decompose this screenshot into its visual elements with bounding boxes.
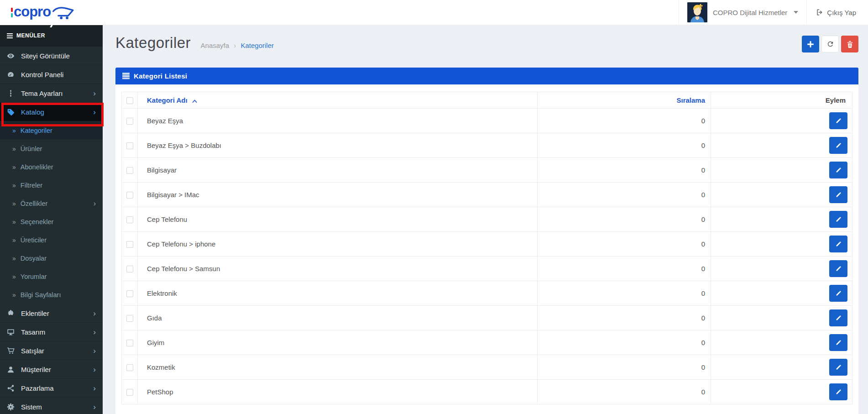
sidebar-item-label: Sistem [21, 403, 93, 411]
edit-button[interactable] [829, 285, 847, 302]
table-row: Beyaz Eşya > Buzdolabı 0 [122, 133, 852, 158]
category-order: 0 [538, 281, 711, 306]
double-angle-icon: » [12, 163, 16, 171]
page-title: Kategoriler [115, 34, 191, 51]
column-header-kategori-adi[interactable]: Kategori Adı [138, 92, 538, 109]
caret-down-icon [794, 11, 798, 14]
sidebar-item-kontrol-paneli[interactable]: Kontrol Paneli [0, 65, 103, 84]
category-order: 0 [538, 257, 711, 281]
avatar [687, 2, 707, 22]
sidebar-item-label: Kontrol Paneli [21, 71, 103, 79]
category-name: Cep Telefonu > iphone [138, 232, 538, 257]
sidebar-subitem-ozellikler[interactable]: » Özellikler › [0, 194, 103, 213]
desktop-icon [0, 328, 21, 336]
main-content: Kategoriler Anasayfa › Kategoriler [103, 25, 868, 414]
sidebar-subitem-abonelikler[interactable]: » Abonelikler [0, 158, 103, 176]
sidebar-subitem-filtreler[interactable]: » Filtreler [0, 176, 103, 194]
sidebar-item-satislar[interactable]: Satışlar › [0, 341, 103, 360]
edit-button[interactable] [829, 309, 847, 326]
row-checkbox[interactable] [126, 340, 133, 346]
logout-label: Çıkış Yap [827, 9, 856, 16]
sidebar-subitem-label: Bilgi Sayfaları [21, 291, 61, 299]
dashboard-icon [0, 71, 21, 79]
sidebar-subitem-ureticiler[interactable]: » Üreticiler [0, 231, 103, 249]
double-angle-icon: » [12, 291, 16, 299]
edit-button[interactable] [829, 186, 847, 203]
pencil-icon [836, 315, 842, 321]
edit-button[interactable] [829, 260, 847, 277]
row-checkbox[interactable] [126, 216, 133, 223]
edit-button[interactable] [829, 162, 847, 178]
sidebar-subitem-urunler[interactable]: » Ürünler [0, 140, 103, 158]
row-checkbox[interactable] [126, 389, 133, 396]
row-checkbox[interactable] [126, 290, 133, 297]
sidebar-item-eklentiler[interactable]: Eklentiler › [0, 304, 103, 323]
list-icon [122, 73, 130, 79]
add-button[interactable] [802, 36, 819, 52]
edit-button[interactable] [829, 211, 847, 228]
row-checkbox[interactable] [126, 315, 133, 322]
table-row: Bilgisayar > IMac 0 [122, 183, 852, 207]
sidebar-item-tema-ayarlari[interactable]: Tema Ayarları › [0, 84, 103, 103]
category-order: 0 [538, 306, 711, 330]
sidebar-item-siteyi-goruntule[interactable]: Siteyi Görüntüle [0, 47, 103, 65]
edit-button[interactable] [829, 383, 847, 400]
select-all-checkbox[interactable] [126, 97, 133, 104]
sidebar-subitem-label: Abonelikler [21, 163, 53, 171]
sidebar-item-katalog[interactable]: Katalog › [0, 103, 103, 121]
table-row: Kozmetik 0 [122, 355, 852, 380]
pencil-icon [836, 389, 842, 395]
category-name: Elektronik [138, 281, 538, 306]
table-row: Cep Telefonu > iphone 0 [122, 232, 852, 257]
chevron-right-icon: › [94, 199, 103, 208]
delete-button[interactable] [841, 36, 858, 52]
sidebar-subitem-label: Kategoriler [21, 127, 52, 134]
sidebar-subitem-secenekler[interactable]: » Seçenekler [0, 213, 103, 231]
column-header-siralama[interactable]: Sıralama [538, 92, 711, 109]
sidebar-menu-header[interactable]: MENÜLER [0, 25, 103, 47]
table-row: Giyim 0 [122, 330, 852, 355]
row-checkbox[interactable] [126, 192, 133, 199]
sidebar-subitem-label: Üreticiler [21, 236, 47, 244]
double-angle-icon: » [12, 182, 16, 189]
refresh-button[interactable] [821, 36, 839, 52]
sidebar-item-musteriler[interactable]: Müşteriler › [0, 360, 103, 379]
row-checkbox[interactable] [126, 118, 133, 125]
user-icon [0, 366, 21, 373]
user-menu[interactable]: COPRO Dijital Hizmetler [679, 0, 806, 25]
edit-button[interactable] [829, 236, 847, 252]
logout-button[interactable]: Çıkış Yap [807, 0, 868, 25]
sidebar-subitem-bilgi-sayfalari[interactable]: » Bilgi Sayfaları [0, 286, 103, 304]
row-checkbox[interactable] [126, 167, 133, 174]
breadcrumb-home-link[interactable]: Anasayfa [201, 42, 230, 49]
category-name: Giyim [138, 330, 538, 355]
sidebar-subitem-dosyalar[interactable]: » Dosyalar [0, 249, 103, 267]
header-actions [802, 36, 858, 52]
sidebar-item-sistem[interactable]: Sistem › [0, 398, 103, 414]
row-checkbox[interactable] [126, 142, 133, 149]
double-angle-icon: » [12, 236, 16, 244]
edit-button[interactable] [829, 137, 847, 154]
double-angle-icon: » [12, 145, 16, 152]
category-order: 0 [538, 183, 711, 207]
edit-button[interactable] [829, 112, 847, 129]
edit-button[interactable] [829, 359, 847, 376]
category-name: Kozmetik [138, 355, 538, 380]
sidebar-subitem-label: Ürünler [21, 145, 42, 152]
sidebar-subitem-yorumlar[interactable]: » Yorumlar [0, 267, 103, 286]
row-checkbox[interactable] [126, 364, 133, 371]
sliders-icon [0, 89, 21, 97]
category-name: Bilgisayar [138, 158, 538, 183]
sidebar-item-pazarlama[interactable]: Pazarlama › [0, 379, 103, 398]
row-checkbox[interactable] [126, 266, 133, 273]
double-angle-icon: » [12, 273, 16, 280]
sidebar-subitem-kategoriler[interactable]: » Kategoriler [0, 121, 103, 140]
panel-body: Kategori Adı Sıralama Eylem [115, 84, 858, 414]
row-checkbox[interactable] [126, 241, 133, 248]
brand-logo[interactable]: copro [0, 0, 103, 25]
pencil-icon [836, 118, 842, 124]
category-order: 0 [538, 232, 711, 257]
sidebar-item-tasarim[interactable]: Tasarım › [0, 323, 103, 341]
edit-button[interactable] [829, 334, 847, 351]
double-angle-icon: » [12, 218, 16, 225]
